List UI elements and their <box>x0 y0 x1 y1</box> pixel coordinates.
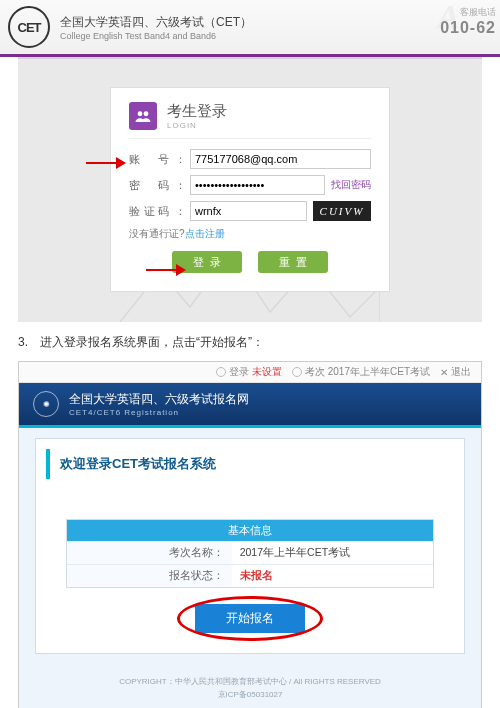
colon: ： <box>175 178 186 193</box>
user-icon <box>216 367 226 377</box>
s2-brand-cn: 全国大学英语四、六级考试报名网 <box>69 391 249 408</box>
find-password-link[interactable]: 找回密码 <box>331 178 371 192</box>
login-card: 考生登录 LOGIN 账 号 ： 密 码 ： 找回密码 验证码 ： CUIVW <box>110 87 390 292</box>
topbar-login-seg: 登录 未设置 <box>216 365 282 379</box>
login-header: 考生登录 LOGIN <box>129 102 371 139</box>
login-users-icon <box>129 102 157 130</box>
s2-footer: COPYRIGHT：中华人民共和国教育部考试中心 / All RIGHTS RE… <box>19 668 481 708</box>
info-exam-value: 2017年上半年CET考试 <box>232 542 433 564</box>
no-account-line: 没有通行证?点击注册 <box>129 227 371 241</box>
account-label: 账 号 <box>129 152 169 167</box>
info-status-value: 未报名 <box>232 565 433 587</box>
colon: ： <box>175 152 186 167</box>
site-header: CET 全国大学英语四、六级考试（CET） College English Te… <box>0 0 500 57</box>
register-link[interactable]: 点击注册 <box>185 228 225 239</box>
logout-icon: ✕ <box>440 367 448 378</box>
cet-logo: CET <box>8 6 50 48</box>
site-title-cn: 全国大学英语四、六级考试（CET） <box>60 14 252 31</box>
svg-point-1 <box>144 111 149 116</box>
info-row-exam: 考次名称： 2017年上半年CET考试 <box>67 541 433 564</box>
topbar-login-status: 未设置 <box>252 365 282 379</box>
calendar-icon <box>292 367 302 377</box>
s2-card: 欢迎登录CET考试报名系统 基本信息 考次名称： 2017年上半年CET考试 报… <box>35 438 465 654</box>
topbar-exam-label: 考次 <box>305 365 325 379</box>
captcha-image[interactable]: CUIVW <box>313 201 371 221</box>
basic-info-head: 基本信息 <box>67 520 433 541</box>
row-account: 账 号 ： <box>129 149 371 169</box>
login-title-en: LOGIN <box>167 121 227 130</box>
annotation-circle <box>177 596 323 641</box>
s2-topbar: 登录 未设置 考次 2017年上半年CET考试 ✕ 退出 <box>19 362 481 383</box>
registration-screenshot: 登录 未设置 考次 2017年上半年CET考试 ✕ 退出 ✺ 全国大学英语四、六… <box>18 361 482 708</box>
svg-point-0 <box>138 111 143 116</box>
site-titles: 全国大学英语四、六级考试（CET） College English Test B… <box>60 14 252 41</box>
captcha-input[interactable] <box>190 201 307 221</box>
topbar-login-label: 登录 <box>229 365 249 379</box>
s2-logo-icon: ✺ <box>33 391 59 417</box>
password-label: 密 码 <box>129 178 169 193</box>
s2-brand-band: ✺ 全国大学英语四、六级考试报名网 CET4/CET6 Registration <box>19 383 481 428</box>
captcha-label: 验证码 <box>129 204 169 219</box>
no-account-text: 没有通行证? <box>129 228 185 239</box>
footer-icp: 京ICP备05031027 <box>19 689 481 702</box>
basic-info-box: 基本信息 考次名称： 2017年上半年CET考试 报名状态： 未报名 <box>66 519 434 588</box>
site-title-en: College English Test Band4 and Band6 <box>60 31 252 41</box>
hotline: 客服电话 010-62 <box>440 6 496 37</box>
annotation-arrow-password <box>86 157 126 169</box>
topbar-exam-seg: 考次 2017年上半年CET考试 <box>292 365 430 379</box>
row-password: 密 码 ： 找回密码 <box>129 175 371 195</box>
topbar-exam-value: 2017年上半年CET考试 <box>328 365 430 379</box>
reset-button[interactable]: 重置 <box>258 251 328 273</box>
hotline-number: 010-62 <box>440 19 496 37</box>
topbar-logout[interactable]: ✕ 退出 <box>440 365 471 379</box>
colon: ： <box>175 204 186 219</box>
hotline-label: 客服电话 <box>440 6 496 19</box>
login-screenshot: 考生登录 LOGIN 账 号 ： 密 码 ： 找回密码 验证码 ： CUIVW <box>18 57 482 322</box>
account-input[interactable] <box>190 149 371 169</box>
footer-copyright: COPYRIGHT：中华人民共和国教育部考试中心 / All RIGHTS RE… <box>19 676 481 689</box>
info-status-key: 报名状态： <box>67 565 232 587</box>
password-input[interactable] <box>190 175 325 195</box>
welcome-heading: 欢迎登录CET考试报名系统 <box>46 449 454 479</box>
start-button-wrap: 开始报名 <box>195 604 305 633</box>
row-captcha: 验证码 ： CUIVW <box>129 201 371 221</box>
logout-label: 退出 <box>451 365 471 379</box>
annotation-arrow-login-btn <box>146 264 186 276</box>
info-exam-key: 考次名称： <box>67 542 232 564</box>
info-row-status: 报名状态： 未报名 <box>67 564 433 587</box>
login-title-cn: 考生登录 <box>167 102 227 121</box>
s2-brand-en: CET4/CET6 Registration <box>69 408 249 417</box>
s2-body: 欢迎登录CET考试报名系统 基本信息 考次名称： 2017年上半年CET考试 报… <box>19 428 481 668</box>
step-3-text: 3. 进入登录报名系统界面，点击“开始报名”： <box>18 334 482 351</box>
